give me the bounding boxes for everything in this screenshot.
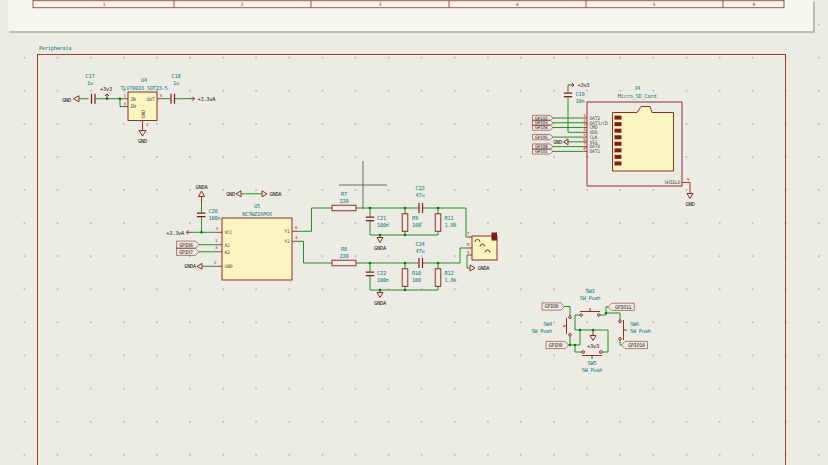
gnda-power-label-pin[interactable]: GNDA [184,263,202,269]
audio-jack[interactable]: T R S GNDA [467,231,497,271]
junction [404,289,407,292]
gnd-text: GND [553,139,562,145]
regulator-circuit[interactable]: GND C17 1u +3v3 U4 TLV70033_SOT23-5 IN E… [62,73,216,144]
u4-pin-out: OUT [147,97,155,102]
r12-value: 1.8k [445,277,458,283]
junction [200,231,203,234]
p33va-power-label-u5[interactable]: +3.3vA [166,230,191,236]
p3v3-power-label-buttons[interactable]: +3v3 [587,330,599,349]
j4-ref: J4 [634,85,640,91]
u5-pin-gnd: GND [225,264,233,269]
gnda-text: GNDA [184,263,197,269]
junction [379,289,382,292]
gpio9-text: GPIO9 [549,342,563,348]
switch-sw6[interactable]: SW6 SW_Push [619,320,651,340]
sw3-ref: SW3 [586,288,595,294]
resistor-body[interactable] [435,214,441,232]
sdcard-circuit[interactable]: +3v3 C19 10n J4 Micro_SD_Card 1 2 [533,82,695,207]
r11-ref: R11 [445,215,454,221]
gnda-power-label-jack[interactable]: GNDA [470,265,490,271]
schematic-canvas[interactable]: 1 2 3 4 5 6 Peripherals GND C17 1u +3v3 [0,0,828,465]
capacitor-icon [564,93,572,97]
p33va-power-label[interactable]: +3.3vA [190,96,216,102]
buttons-circuit[interactable]: SW3 SW_Push SW4 SW_Push SW5 SW_Push SW6 … [531,288,650,374]
wire[interactable] [79,99,123,107]
resistor-r10[interactable]: R10 100 [402,263,421,290]
resistor-body[interactable] [332,260,356,266]
net-tie-gnd-gnda[interactable]: GND GNDA [226,191,282,197]
connector-j4[interactable]: J4 Micro_SD_Card 1 2 3 4 5 6 7 8 DAT2 DA… [583,85,682,186]
junction [592,329,595,332]
jack-pin-r: R [467,242,470,247]
p3v3-text: +3v3 [587,343,599,349]
junction [369,262,372,265]
junction [404,207,407,210]
c24-ref: C24 [416,241,425,247]
capacitor-c23[interactable]: C23 47u [416,185,425,214]
gpio5-text: GPIO5 [535,135,548,140]
resistor-body[interactable] [402,214,408,232]
jack-pin-t: T [467,231,470,236]
switch-actuator-icon [582,356,602,360]
r7-value: 220 [340,198,349,204]
c17-ref: C17 [86,73,95,79]
u5-pin-a2: A2 [225,250,231,255]
p3v3-power-label-sd[interactable]: +3v3 [568,82,589,88]
gnda-text: GNDA [374,245,387,251]
u4-pin-in: IN [131,97,137,102]
gnd-text: GND [686,201,695,207]
global-label-gpio5[interactable]: GPIO5 [533,134,554,139]
ic-u4[interactable]: U4 TLV70033_SOT23-5 IN EN OUT GND 1 3 5 … [120,77,167,128]
switch-actuator-icon [580,308,600,312]
wire[interactable] [297,208,312,263]
p3v3-power-label[interactable]: +3v3 [100,86,112,99]
r9-ref: R9 [412,215,418,221]
global-label-gpio9[interactable]: GPIO9 [546,341,569,348]
junction [605,312,608,315]
c21-ref: C21 [377,215,386,221]
resistor-body[interactable] [435,269,441,287]
sw3-value: SW_Push [580,295,601,302]
global-label-gpio11[interactable]: GPIO11 [608,303,634,310]
r8-ref: R8 [341,246,347,252]
c18-ref: C18 [172,73,181,79]
gnda-symbol-top[interactable]: GNDA [374,235,387,251]
r9-value: 100 [412,222,421,228]
shield-gnd[interactable]: 9 GND [682,177,694,207]
u4-pin-en: EN [131,104,137,109]
ic-u5[interactable]: U5 NC7WZ16P6X 5 VCC A1 A2 GND Y1 Y2 1 3 … [214,203,298,280]
capacitor-c22[interactable]: C22 100n [366,263,389,290]
filter-network[interactable]: R7 220 C21 100n R9 100 C23 47u R11 1.8k [304,185,469,306]
power-arrow-icon [190,97,195,101]
sw6-value: SW_Push [630,328,651,335]
u5-body[interactable] [222,218,292,280]
gnd-power-label-sd[interactable]: GND [553,139,568,145]
switch-sw3[interactable]: SW3 SW_Push [580,288,601,317]
resistor-body[interactable] [332,205,356,211]
switch-sw4[interactable]: SW4 SW_Push [531,316,571,336]
c17-value: 1u [87,80,93,86]
capacitor-c21[interactable]: C21 100n [366,208,389,235]
resistor-r12[interactable]: R12 1.8k [435,263,457,290]
gnda-power-label-top[interactable]: GNDA [196,184,209,205]
global-label-gpio8[interactable]: GPIO8 [542,303,565,310]
global-label-gpio6[interactable]: GPIO6 [177,241,200,248]
resistor-body[interactable] [402,269,408,287]
wire[interactable] [553,118,584,151]
buffer-circuit[interactable]: GNDA GND GNDA C20 100n +3.3vA U5 NC [166,184,311,281]
shield-pin-number: 9 [687,177,690,182]
shield-pin-name: SHIELD [664,180,680,185]
resistor-r7[interactable]: R7 220 [332,191,356,211]
gnd-power-label[interactable]: GND [62,96,79,103]
resistor-r9[interactable]: R9 100 [402,208,421,235]
global-label-gpio10[interactable]: GPIO10 [622,341,648,348]
resistor-r11[interactable]: R11 1.8k [435,208,457,235]
switch-sw5[interactable]: SW5 SW_Push [582,351,603,374]
c19-ref: C19 [576,91,585,97]
gnda-symbol-bottom[interactable]: GNDA [374,290,387,306]
junction [404,262,407,265]
resistor-r8[interactable]: R8 220 [332,246,356,266]
global-label-gpio7[interactable]: GPIO7 [177,248,200,255]
gnda-arrow-icon [470,265,475,271]
capacitor-c24[interactable]: C24 47u [416,241,425,269]
